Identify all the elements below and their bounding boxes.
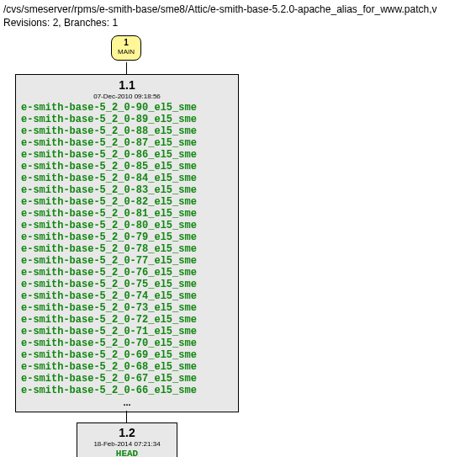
branch-main-node[interactable]: 1 MAIN: [111, 35, 141, 61]
tag-label: e-smith-base-5_2_0-89_el5_sme: [21, 114, 233, 125]
tag-label: e-smith-base-5_2_0-66_el5_sme: [21, 385, 233, 396]
tag-label: e-smith-base-5_2_0-75_el5_sme: [21, 279, 233, 290]
tag-label: e-smith-base-5_2_0-69_el5_sme: [21, 349, 233, 361]
tag-label: e-smith-base-5_2_0-81_el5_sme: [21, 208, 233, 220]
revision-1-2-node[interactable]: 1.2 18-Feb-2014 07:21:34 HEAD: [77, 422, 177, 457]
tag-label: e-smith-base-5_2_0-86_el5_sme: [21, 149, 233, 161]
revision-date: 07-Dec-2010 09:18:56: [21, 93, 233, 100]
tag-label: e-smith-base-5_2_0-70_el5_sme: [21, 337, 233, 349]
revision-1-1-node[interactable]: 1.1 07-Dec-2010 09:18:56 e-smith-base-5_…: [15, 74, 239, 412]
revisions-summary: Revisions: 2, Branches: 1: [3, 17, 476, 29]
tag-label: e-smith-base-5_2_0-79_el5_sme: [21, 231, 233, 243]
revision-date: 18-Feb-2014 07:21:34: [81, 440, 173, 448]
head-label: HEAD: [81, 449, 173, 457]
tag-label: e-smith-base-5_2_0-72_el5_sme: [21, 314, 233, 326]
tag-label: e-smith-base-5_2_0-85_el5_sme: [21, 161, 233, 173]
tag-label: e-smith-base-5_2_0-71_el5_sme: [21, 326, 233, 337]
tag-label: e-smith-base-5_2_0-84_el5_sme: [21, 173, 233, 184]
revision-version: 1.2: [81, 426, 173, 439]
tag-label: e-smith-base-5_2_0-76_el5_sme: [21, 267, 233, 279]
connector-line: [126, 62, 127, 74]
repo-path: /cvs/smeserver/rpms/e-smith-base/sme8/At…: [3, 3, 476, 15]
tag-label: e-smith-base-5_2_0-74_el5_sme: [21, 290, 233, 302]
revision-version: 1.1: [21, 78, 233, 92]
tag-label: e-smith-base-5_2_0-87_el5_sme: [21, 137, 233, 149]
tag-label: e-smith-base-5_2_0-82_el5_sme: [21, 196, 233, 208]
tag-label: e-smith-base-5_2_0-83_el5_sme: [21, 184, 233, 196]
tag-label: e-smith-base-5_2_0-67_el5_sme: [21, 373, 233, 385]
connector-line: [126, 411, 127, 422]
tag-label: e-smith-base-5_2_0-77_el5_sme: [21, 255, 233, 267]
revision-graph: 1 MAIN 1.1 07-Dec-2010 09:18:56 e-smith-…: [3, 34, 473, 457]
tag-label: e-smith-base-5_2_0-73_el5_sme: [21, 302, 233, 314]
tag-label: e-smith-base-5_2_0-78_el5_sme: [21, 243, 233, 255]
tag-label: e-smith-base-5_2_0-68_el5_sme: [21, 361, 233, 373]
tags-ellipsis: ...: [21, 396, 233, 408]
branch-number: 1: [112, 38, 140, 48]
tag-label: e-smith-base-5_2_0-88_el5_sme: [21, 125, 233, 137]
revision-tags: e-smith-base-5_2_0-90_el5_smee-smith-bas…: [21, 102, 233, 408]
tag-label: e-smith-base-5_2_0-80_el5_sme: [21, 220, 233, 231]
tag-label: e-smith-base-5_2_0-90_el5_sme: [21, 102, 233, 114]
branch-label: MAIN: [112, 48, 140, 56]
